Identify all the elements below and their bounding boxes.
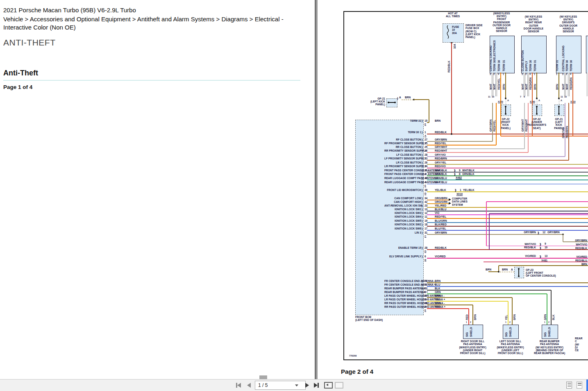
sensor-pin-number: 2: [566, 73, 567, 75]
sensor-pin-label: TERM 31: [534, 60, 536, 71]
ground-tag: A: [538, 99, 540, 102]
wire-vertical: [451, 43, 452, 134]
connector-chevrons: )): [538, 231, 539, 234]
sensor-pin-number: 4: [529, 73, 531, 75]
antenna-terminal-label: SIG: [544, 332, 547, 337]
wire-vertical-wht: [564, 73, 566, 96]
antenna-caption: PAS ANTENNA: [530, 343, 569, 346]
wire-horizontal: [427, 258, 588, 259]
sensor-box: [556, 36, 581, 73]
bcm-pin-label: RR CLOSE BUTTON: [384, 145, 421, 148]
wire-horizontal: [427, 211, 588, 211]
sensor-header: (W/KEYLESS: [483, 12, 520, 15]
single-page-view-button[interactable]: [566, 382, 572, 389]
page-gap-divider: [315, 0, 318, 379]
antenna-pin-number: 1: [466, 321, 467, 324]
bcm-pin-bracket: ): [422, 215, 423, 219]
junction-dot: [498, 271, 499, 273]
wire-vertical: [508, 301, 509, 325]
ground-caption: (LEFT: [547, 120, 571, 123]
wire-color-label: WHT/VIO: [499, 243, 536, 246]
bcm-pin-label: FR CENTER CONSOLE END ANTENNA +: [384, 283, 421, 286]
sensor-header: (W/ KEYLESS: [550, 15, 587, 18]
wire-color-label: GRN/BLK: [462, 173, 474, 175]
antenna-caption-partial: (W/: [575, 343, 579, 346]
wire-color-label: GRY/BRN: [499, 231, 536, 234]
sensor-pin-label: CENTRAL LOCKING: [562, 45, 565, 71]
bcm-pin-label: IGNITION LOCK SW2: [384, 223, 421, 226]
wire-horizontal: [427, 293, 547, 294]
connector-chevrons: )): [540, 243, 541, 246]
last-page-icon: [318, 383, 319, 388]
wire-vertical: [472, 305, 473, 325]
bcm-pin-bracket: ): [422, 305, 423, 309]
last-page-icon-triangle: [314, 383, 318, 388]
ground-caption: GP-22: [493, 118, 518, 120]
wire-color-label: RED/BLK: [569, 247, 587, 250]
connector-pin: 11: [561, 95, 563, 98]
wire-color-label: GRY/BRN: [547, 231, 560, 234]
connector-chevrons: )): [454, 173, 455, 176]
sensor-pin-number: 4: [570, 73, 571, 75]
bcm-connector-section: A: [425, 134, 426, 137]
page-heading: ANTI-THEFT: [3, 38, 55, 48]
continuous-view-button[interactable]: [577, 382, 582, 389]
connector-name: X010: [456, 193, 463, 196]
horizontal-scrollbar-thumb[interactable]: [259, 375, 267, 379]
wire-dashed-v: [537, 99, 537, 105]
wire-vertical: [547, 294, 547, 325]
wire-vertical: [572, 73, 573, 136]
bcm-pin-label: FRONT PASS CENTER CONSOLE ANTENNA +: [384, 173, 421, 175]
wire-color-label: RED/BLU: [569, 259, 587, 262]
next-page-button[interactable]: [305, 383, 309, 388]
ground-caption: (RIGHT: [493, 120, 518, 123]
bcm-connector-section: E: [425, 184, 426, 187]
page-2-label: Page 2 of 4: [341, 368, 373, 375]
antenna-caption: FRONT DOOR SILL): [453, 352, 493, 355]
bcm-pin-label: FR CENTER CONSOLE END ANTENNA -: [384, 280, 421, 282]
fuse-caption: (ROW C): [465, 30, 477, 33]
bcm-pin-label: LR PASS OUTER WHEEL HOUSING ANTENNA -: [384, 294, 421, 297]
can-arrow-icon: [449, 202, 451, 205]
bcm-pin-number: 2: [425, 305, 426, 308]
bcm-pin-number: 6: [425, 291, 426, 293]
fuse-caption: FUSE BOX: [465, 27, 479, 30]
antenna-caption-partial: C: [575, 340, 577, 343]
bcm-pin-bracket: ): [422, 246, 423, 250]
ground-caption: PANEL): [547, 127, 571, 130]
bcm-pin-label: REAR BUMPER PASS ANTENNA +: [384, 291, 421, 293]
bcm-pin-label: FRONT LID MICROSWITCH: [384, 189, 421, 191]
power-source-label: HOT AT: [443, 12, 463, 15]
junction-dot: [518, 268, 520, 270]
page-dropdown-caret[interactable]: [295, 384, 298, 386]
wire-color-label: BRN: [502, 268, 508, 271]
float-window-button[interactable]: [324, 382, 333, 389]
last-page-button[interactable]: [314, 383, 319, 388]
ground-tag: A: [511, 268, 513, 271]
ground-caption: KICK: [547, 123, 571, 126]
fuse-caption: PANEL): [465, 36, 475, 39]
ground-caption: KICK: [493, 123, 518, 126]
wire-color-label: GRY/BRN: [569, 239, 587, 242]
sensor-pin-number: 3: [522, 73, 523, 75]
connector-pin: 10: [564, 95, 567, 98]
wire-horizontal: [427, 234, 563, 235]
previous-page-button[interactable]: [247, 383, 251, 388]
bcm-pin-label: IGNITION LOCK SW3: [384, 211, 421, 214]
wire-vertical: [563, 234, 563, 242]
antenna-caption-partial: CE: [575, 349, 579, 352]
wire-horizontal: [427, 226, 588, 227]
dock-window-button[interactable]: [335, 382, 343, 389]
bcm-pin-bracket: ): [422, 173, 423, 176]
bcm-connector-section: E: [425, 309, 426, 312]
first-page-button[interactable]: [236, 383, 241, 388]
breadcrumb: Vehicle > Accessories and Optional Equip…: [3, 15, 300, 32]
junction-dot: [558, 106, 560, 107]
sensor-pin-number: 3: [562, 73, 563, 75]
ground-caption: GP-23: [526, 268, 534, 271]
bcm-pin-label: IGNITION LOCK SW4: [384, 215, 421, 218]
computer-data-lines-label: DATA LINES: [452, 200, 468, 203]
antenna-caption: PAS ANTENNA: [453, 343, 493, 346]
fuse-label: FUSE: [452, 25, 459, 28]
wiring-diagram: FRONT BCM(LEFT END OF DASH)TERM 31)15EBR…: [343, 11, 588, 360]
